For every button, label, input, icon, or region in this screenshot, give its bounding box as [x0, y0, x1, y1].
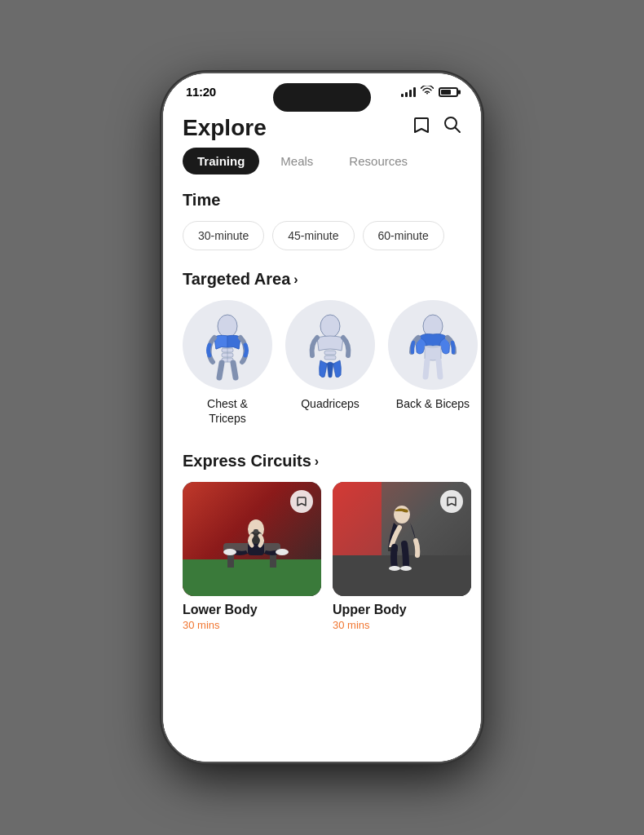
- svg-rect-7: [324, 351, 336, 355]
- circuits-section: Express Circuits ›: [163, 452, 481, 471]
- circuits-title-row: Express Circuits ›: [183, 452, 461, 471]
- muscle-label-quads: Quadriceps: [301, 396, 359, 411]
- time-section-title: Time: [183, 191, 461, 210]
- muscle-circle-back: [388, 300, 478, 390]
- svg-rect-11: [183, 559, 321, 596]
- wifi-icon: [421, 86, 434, 98]
- main-content: Explore: [163, 105, 481, 734]
- muscle-label-chest: Chest &Triceps: [207, 396, 248, 426]
- svg-rect-22: [333, 482, 382, 555]
- circuit-card-upper[interactable]: Upper Body 30 mins: [333, 482, 471, 631]
- bookmark-button[interactable]: [412, 116, 430, 140]
- tab-bar: Training Meals Resources: [163, 148, 481, 175]
- targeted-area-title: Targeted Area: [183, 270, 290, 289]
- phone-inner: 11:20: [163, 73, 481, 762]
- circuit-time-upper: 30 mins: [333, 619, 471, 631]
- signal-icon: [401, 87, 416, 97]
- circuit-title-upper: Upper Body: [333, 603, 471, 617]
- circuit-image-lower1: [183, 482, 321, 596]
- targeted-area-section: Targeted Area ›: [163, 270, 481, 289]
- status-icons: [401, 86, 458, 98]
- header-actions: [412, 116, 461, 140]
- muscle-circle-chest: [183, 300, 272, 390]
- status-time: 11:20: [186, 85, 216, 99]
- dynamic-island: [273, 83, 371, 112]
- svg-rect-26: [383, 546, 388, 553]
- muscle-circle-quads: [285, 300, 375, 390]
- tab-meals[interactable]: Meals: [266, 148, 328, 175]
- tab-training[interactable]: Training: [183, 148, 259, 175]
- svg-point-1: [218, 315, 237, 338]
- muscle-item-back[interactable]: Back & Biceps: [388, 300, 478, 426]
- tab-resources[interactable]: Resources: [334, 148, 422, 175]
- targeted-area-chevron[interactable]: ›: [293, 272, 298, 287]
- muscle-label-back: Back & Biceps: [396, 396, 470, 411]
- targeted-area-title-row: Targeted Area ›: [183, 270, 461, 289]
- muscle-item-quads[interactable]: Quadriceps: [285, 300, 375, 426]
- time-section: Time 30-minute 45-minute 60-minute: [163, 191, 481, 250]
- svg-point-29: [400, 566, 412, 571]
- circuit-card-lower1[interactable]: Lower Body 30 mins: [183, 482, 321, 631]
- bottom-safe-area: [163, 734, 481, 762]
- svg-rect-20: [254, 529, 258, 533]
- phone-screen: 11:20: [163, 73, 481, 762]
- svg-rect-8: [324, 356, 336, 360]
- targeted-area-scroll[interactable]: Chest &Triceps: [163, 300, 481, 432]
- svg-rect-21: [333, 555, 471, 596]
- battery-icon: [439, 87, 458, 97]
- circuits-chevron[interactable]: ›: [315, 454, 319, 469]
- circuits-title: Express Circuits: [183, 452, 311, 471]
- circuit-title-lower1: Lower Body: [183, 603, 321, 617]
- page-title: Explore: [183, 115, 267, 141]
- search-button[interactable]: [443, 116, 461, 140]
- time-pill-60[interactable]: 60-minute: [363, 221, 444, 250]
- svg-point-17: [223, 549, 236, 555]
- phone-frame: 11:20: [163, 73, 481, 762]
- circuit-image-upper: [333, 482, 471, 596]
- svg-point-18: [276, 549, 289, 555]
- circuit-time-lower1: 30 mins: [183, 619, 321, 631]
- time-pills-container: 30-minute 45-minute 60-minute: [183, 221, 461, 250]
- svg-point-28: [389, 566, 400, 571]
- svg-point-24: [394, 506, 410, 524]
- circuits-scroll[interactable]: Lower Body 30 mins: [163, 482, 481, 638]
- time-pill-45[interactable]: 45-minute: [272, 221, 354, 250]
- muscle-item-chest[interactable]: Chest &Triceps: [183, 300, 272, 426]
- time-pill-30[interactable]: 30-minute: [183, 221, 264, 250]
- svg-point-6: [320, 315, 340, 338]
